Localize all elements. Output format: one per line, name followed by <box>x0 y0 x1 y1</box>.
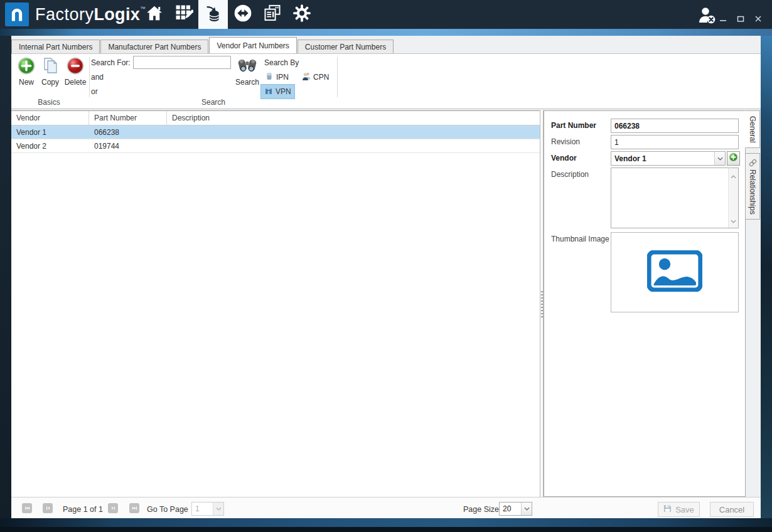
part-number-label: Part Number <box>551 121 596 130</box>
description-field[interactable] <box>611 168 739 228</box>
new-plus-icon <box>17 68 36 77</box>
column-header-vendor[interactable]: Vendor <box>11 111 89 125</box>
cancel-button[interactable]: Cancel <box>710 502 754 517</box>
filter-vpn-option[interactable]: VPN <box>260 84 295 99</box>
filter-cpn-option[interactable]: CPN <box>299 70 332 84</box>
vendor-label: Vendor <box>551 154 577 162</box>
basics-group-label: Basics <box>30 98 68 107</box>
nav-documents-button[interactable] <box>257 0 287 29</box>
previous-page-button[interactable] <box>43 503 53 513</box>
side-tab-label: Relationships <box>748 169 757 215</box>
delete-button[interactable]: Delete <box>63 56 88 87</box>
tab-label: Internal Part Numbers <box>19 43 92 51</box>
first-page-icon <box>24 505 31 511</box>
last-page-icon <box>131 505 138 511</box>
cell-description <box>167 125 540 139</box>
column-header-part-number[interactable]: Part Number <box>89 111 167 125</box>
user-logout-icon <box>697 16 717 27</box>
go-to-page-label: Go To Page <box>147 505 188 514</box>
tab-customer-part-numbers[interactable]: Customer Part Numbers <box>298 40 394 53</box>
app-logo <box>5 3 29 26</box>
save-button-label: Save <box>675 505 694 514</box>
search-input[interactable] <box>133 56 231 69</box>
cell-description <box>167 139 540 152</box>
add-vendor-button[interactable] <box>727 151 740 166</box>
first-page-button[interactable] <box>22 503 32 513</box>
grid-pencil-icon <box>174 4 193 25</box>
page-indicator: Page 1 of 1 <box>63 505 103 514</box>
last-page-button[interactable] <box>129 503 139 513</box>
floppy-disk-icon <box>663 504 672 514</box>
nav-logistics-button[interactable] <box>228 0 257 29</box>
revision-field[interactable] <box>611 135 739 149</box>
tab-label: Vendor Part Numbers <box>217 41 289 50</box>
nav-settings-button[interactable] <box>287 0 316 29</box>
cpn-option-label: CPN <box>313 73 329 82</box>
side-tab-general[interactable]: General <box>745 110 760 148</box>
nav-materials-button[interactable] <box>198 0 228 29</box>
new-button[interactable]: New <box>15 56 38 87</box>
search-button[interactable]: Search <box>235 56 260 87</box>
delete-minus-icon <box>66 68 85 77</box>
nav-home-button[interactable] <box>139 0 169 29</box>
maximize-button[interactable] <box>737 14 744 25</box>
tab-internal-part-numbers[interactable]: Internal Part Numbers <box>11 40 100 53</box>
chevron-down-icon <box>714 152 725 165</box>
column-header-description[interactable]: Description <box>167 111 540 125</box>
chevron-down-icon <box>521 503 532 515</box>
search-for-label: Search For: <box>91 58 131 67</box>
ipn-part-icon <box>265 72 274 83</box>
search-group-label: Search <box>195 98 232 107</box>
next-page-button[interactable] <box>108 503 118 513</box>
thumbnail-label: Thumbnail Image <box>551 235 609 243</box>
delete-button-label: Delete <box>63 78 88 87</box>
save-button[interactable]: Save <box>658 502 700 517</box>
table-row[interactable]: Vendor 2 019744 <box>11 139 540 153</box>
ipn-option-label: IPN <box>276 73 289 82</box>
detail-form-panel: Part Number Revision Vendor Vendor 1 <box>544 110 746 497</box>
scroll-down-icon <box>731 215 736 226</box>
close-button[interactable] <box>754 14 762 25</box>
brand-bold: Logix <box>94 5 141 24</box>
database-arrow-icon <box>204 4 223 25</box>
part-number-field[interactable] <box>611 119 739 133</box>
logout-user-button[interactable] <box>697 5 717 28</box>
tab-label: Customer Part Numbers <box>305 43 386 51</box>
cell-vendor: Vendor 2 <box>11 139 89 152</box>
ribbon-toolbar: New Copy <box>11 53 761 109</box>
go-to-page-dropdown[interactable]: 1 <box>191 502 224 516</box>
window-controls <box>719 14 762 25</box>
main-navigation <box>139 0 316 29</box>
title-bar: FactoryLogix™ <box>0 0 772 29</box>
page-size-value: 20 <box>500 504 521 513</box>
transfer-arrows-icon <box>233 3 253 26</box>
cancel-button-label: Cancel <box>719 505 744 514</box>
window-frame-bottom <box>0 518 772 527</box>
app-window: FactoryLogix™ <box>0 0 772 532</box>
vendor-parts-grid: Vendor Part Number Description Vendor 1 … <box>11 110 540 497</box>
description-label: Description <box>551 170 589 179</box>
ribbon-separator <box>337 57 338 97</box>
go-to-page-value: 1 <box>192 504 213 513</box>
nav-engineering-button[interactable] <box>169 0 198 29</box>
vpn-box-icon <box>264 86 273 97</box>
tab-manufacturer-part-numbers[interactable]: Manufacturer Part Numbers <box>100 40 208 53</box>
accent-strip <box>0 29 772 36</box>
footer-bar: Page 1 of 1 Go To Page 1 Page Size 20 <box>11 497 761 518</box>
page-size-dropdown[interactable]: 20 <box>499 502 532 516</box>
thumbnail-image-box[interactable] <box>611 232 739 312</box>
image-placeholder-icon <box>647 250 702 294</box>
copy-button[interactable]: Copy <box>39 56 62 87</box>
table-row[interactable]: Vendor 1 066238 <box>11 125 540 139</box>
description-scrollbar[interactable] <box>728 168 738 228</box>
tab-vendor-part-numbers[interactable]: Vendor Part Numbers <box>209 37 296 53</box>
cell-part-number: 066238 <box>89 125 167 139</box>
cell-part-number: 019744 <box>89 139 167 152</box>
vendor-dropdown[interactable]: Vendor 1 <box>611 151 726 166</box>
minimize-button[interactable] <box>719 14 727 25</box>
next-page-icon <box>110 505 117 511</box>
logo-n-icon <box>8 6 26 23</box>
window-frame-bottom-edge <box>0 527 772 532</box>
side-tab-relationships[interactable]: Relationships <box>745 153 760 220</box>
filter-ipn-option[interactable]: IPN <box>262 70 292 84</box>
